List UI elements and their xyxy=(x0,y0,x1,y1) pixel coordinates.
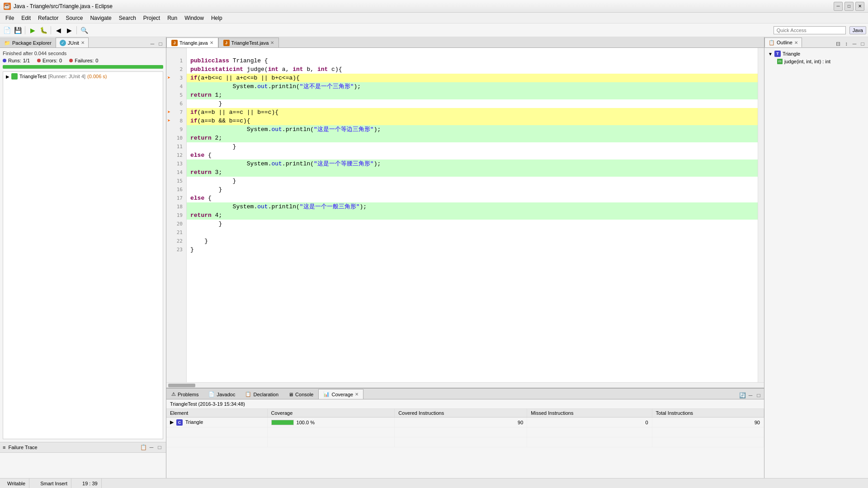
search-button[interactable]: 🔍 xyxy=(79,25,89,35)
code-content[interactable]: public class Triangle { public static in… xyxy=(187,48,758,382)
gutter-2: 2 xyxy=(166,65,184,74)
menu-run[interactable]: Run xyxy=(164,14,181,22)
title-bar: ☕ Java - Triangle/src/Triangle.java - Ec… xyxy=(0,0,868,13)
tab-junit[interactable]: ✓ JUnit ✕ xyxy=(56,38,89,47)
save-button[interactable]: 💾 xyxy=(13,25,23,35)
failure-trace-minimize-button[interactable]: ─ xyxy=(148,444,155,451)
editor-tab-triangletest[interactable]: J TriangleTest.java ✕ xyxy=(218,38,279,47)
menu-search[interactable]: Search xyxy=(115,14,140,22)
menu-edit[interactable]: Edit xyxy=(18,14,34,22)
outline-collapse-button[interactable]: ⊟ xyxy=(835,40,842,47)
coverage-element-name: ▶ C Triangle xyxy=(166,418,267,427)
outline-maximize-button[interactable]: □ xyxy=(859,40,866,47)
run-button[interactable]: ▶ xyxy=(28,25,38,35)
junit-runs-row: Runs: 1/1 Errors: 0 Failures: 0 xyxy=(3,58,163,63)
tab-outline[interactable]: 📋 Outline ✕ xyxy=(764,38,802,47)
coverage-tab-close[interactable]: ✕ xyxy=(355,392,359,397)
editor-tab-bar: J Triangle.java ✕ J TriangleTest.java ✕ xyxy=(166,37,764,48)
gutter-3: ➤3 xyxy=(166,74,184,82)
editor-horizontal-scrollbar[interactable] xyxy=(166,382,764,388)
outline-triangle-class[interactable]: ▼ T Triangle xyxy=(766,50,866,58)
failure-trace-maximize-button[interactable]: □ xyxy=(156,444,163,451)
back-button[interactable]: ◀ xyxy=(53,25,63,35)
menu-refactor[interactable]: Refactor xyxy=(34,14,62,22)
coverage-refresh-button[interactable]: 🔄 xyxy=(739,392,746,399)
new-button[interactable]: 📄 xyxy=(2,25,12,35)
outline-judge-method[interactable]: m judge(int, int, int) : int xyxy=(766,58,866,65)
runs-item: Runs: 1/1 xyxy=(3,58,30,63)
editor-tab-triangle[interactable]: J Triangle.java ✕ xyxy=(166,38,218,47)
failure-trace-header: ≡ Failure Trace 📋 ─ □ xyxy=(0,442,166,453)
gutter-blank xyxy=(166,48,184,56)
package-explorer-label: Package Explorer xyxy=(12,40,52,46)
close-button[interactable]: ✕ xyxy=(855,2,864,11)
code-line-5: return 1; xyxy=(187,91,758,99)
gutter-18: 18 xyxy=(166,202,184,211)
minimize-left-panel-button[interactable]: ─ xyxy=(149,40,156,47)
status-smart-insert: Smart Insert xyxy=(37,479,71,488)
coverage-minimize-button[interactable]: ─ xyxy=(747,392,754,399)
gutter-17: 17 xyxy=(166,194,184,202)
quick-access-input[interactable] xyxy=(774,26,846,34)
junit-item-chevron[interactable]: ▶ xyxy=(6,74,9,79)
window-controls: ─ □ ✕ xyxy=(834,2,864,11)
col-element: Element xyxy=(166,409,267,418)
outline-minimize-button[interactable]: ─ xyxy=(851,40,858,47)
problems-icon: ⚠ xyxy=(171,391,176,397)
java-perspective-button[interactable]: Java xyxy=(849,26,866,34)
minimize-button[interactable]: ─ xyxy=(834,2,843,11)
menu-window[interactable]: Window xyxy=(181,14,208,22)
menu-source[interactable]: Source xyxy=(62,14,86,22)
gutter-21: 21 xyxy=(166,228,184,237)
coverage-pct-label: 100.0 % xyxy=(297,420,315,425)
maximize-left-panel-button[interactable]: □ xyxy=(157,40,164,47)
outline-class-expand[interactable]: ▼ xyxy=(768,52,773,56)
junit-close-icon[interactable]: ✕ xyxy=(81,40,85,45)
code-editor[interactable]: 1 2 ➤3 4 5 6 ➤7 ➤8 9 10 11 12 13 14 xyxy=(166,48,764,382)
triangletest-tab-close[interactable]: ✕ xyxy=(270,40,274,45)
junit-test-item[interactable]: ▶ TriangleTest [Runner: JUnit 4] (0.006 … xyxy=(3,72,163,81)
tab-problems[interactable]: ⚠ Problems xyxy=(166,389,203,399)
tab-coverage[interactable]: 📊 Coverage ✕ xyxy=(318,389,363,399)
triangle-tab-close[interactable]: ✕ xyxy=(210,40,213,45)
menu-bar: File Edit Refactor Source Navigate Searc… xyxy=(0,13,868,23)
outline-sort-button[interactable]: ↕ xyxy=(843,40,850,47)
menu-file[interactable]: File xyxy=(2,14,18,22)
maximize-button[interactable]: □ xyxy=(844,2,854,11)
gutter-19: 19 xyxy=(166,211,184,220)
editor-vertical-scrollbar[interactable] xyxy=(758,48,764,382)
window-title: Java - Triangle/src/Triangle.java - Ecli… xyxy=(14,3,834,9)
menu-navigate[interactable]: Navigate xyxy=(86,14,115,22)
outline-tab-close[interactable]: ✕ xyxy=(794,40,798,45)
menu-help[interactable]: Help xyxy=(208,14,226,22)
code-line-14: return 3; xyxy=(187,168,758,177)
toolbar: 📄 💾 ▶ 🐛 ◀ ▶ 🔍 Java xyxy=(0,23,868,37)
coverage-table-head: Element Coverage Covered Instructions Mi… xyxy=(166,409,764,418)
outline-class-name: Triangle xyxy=(783,51,800,56)
coverage-maximize-button[interactable]: □ xyxy=(755,392,762,399)
left-panel: 📁 Package Explorer ✓ JUnit ✕ ─ □ Finishe… xyxy=(0,37,166,478)
failure-trace-copy-button[interactable]: 📋 xyxy=(140,444,147,451)
tab-package-explorer[interactable]: 📁 Package Explorer xyxy=(0,38,56,47)
errors-dot xyxy=(37,59,41,62)
junit-progress-bar xyxy=(3,65,163,69)
gutter-11: 11 xyxy=(166,142,184,151)
bottom-tab-actions: 🔄 ─ □ xyxy=(739,392,764,399)
tab-declaration[interactable]: 📋 Declaration xyxy=(240,389,283,399)
console-icon: 🖥 xyxy=(288,392,293,397)
coverage-table: Element Coverage Covered Instructions Mi… xyxy=(166,409,764,478)
forward-button[interactable]: ▶ xyxy=(64,25,74,35)
menu-project[interactable]: Project xyxy=(140,14,164,22)
junit-panel: Finished after 0.044 seconds Runs: 1/1 E… xyxy=(0,48,166,442)
tab-javadoc[interactable]: 📄 Javadoc xyxy=(203,389,240,399)
toolbar-separator-3 xyxy=(76,26,77,34)
coverage-triangle-name: Triangle xyxy=(185,419,203,425)
main-layout: 📁 Package Explorer ✓ JUnit ✕ ─ □ Finishe… xyxy=(0,37,868,478)
missed-instructions-cell: 0 xyxy=(527,418,652,427)
tab-console[interactable]: 🖥 Console xyxy=(283,389,318,399)
debug-button[interactable]: 🐛 xyxy=(38,25,48,35)
expand-arrow[interactable]: ▶ xyxy=(170,419,174,425)
coverage-row-triangle[interactable]: ▶ C Triangle 100.0 % xyxy=(166,418,764,427)
gutter-23: 23 xyxy=(166,245,184,254)
code-line-16: } xyxy=(187,185,758,194)
